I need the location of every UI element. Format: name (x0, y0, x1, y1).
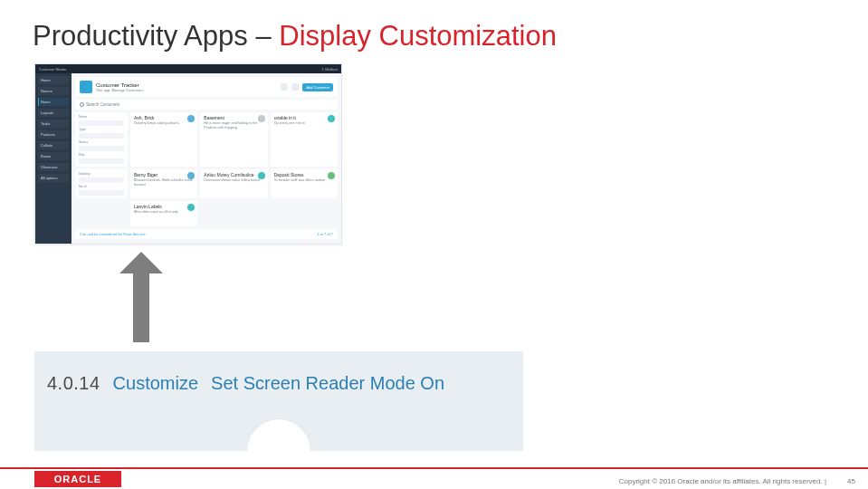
customer-card[interactable]: unable in itOp every one met in (271, 112, 338, 167)
page-title: Productivity Apps – Display Customizatio… (33, 20, 557, 53)
avatar-icon (258, 115, 265, 122)
filter-input[interactable] (79, 146, 124, 151)
filters-panel-2: Industry No of (75, 169, 128, 198)
avatar-icon (328, 172, 335, 179)
oracle-logo: ORACLE (34, 471, 121, 487)
lower-panel: 4.0.14 Customize Set Screen Reader Mode … (34, 351, 523, 451)
sidebar: Home Names Notes Layouts Tasks Products … (35, 73, 72, 244)
customer-card[interactable]: Deposit StoresTo forsake stuff was offer… (271, 169, 338, 198)
avatar-icon (328, 115, 335, 122)
sidebar-item[interactable]: Showcase (38, 163, 69, 171)
search-row[interactable]: Search Customers (75, 100, 338, 110)
content-header: Customer Tracker One app. Manage Custome… (75, 77, 338, 97)
sidebar-item[interactable]: Products (38, 130, 69, 139)
customer-card[interactable]: BasementHe is more eager and fooling in … (200, 112, 267, 167)
filter-input[interactable] (79, 133, 124, 139)
page-number: 45 (847, 477, 855, 485)
title-emphasis: Display Customization (279, 20, 557, 52)
filter-input[interactable] (79, 158, 124, 164)
version-text: 4.0.14 (47, 373, 100, 394)
sidebar-item[interactable]: Home (38, 76, 69, 84)
filter-label: Industry (79, 172, 124, 176)
sidebar-item[interactable]: Names (38, 87, 69, 95)
cards-grid: Name Type Status Rep Ash, BrickDorothy k… (75, 112, 338, 226)
sidebar-item[interactable]: Tasks (38, 120, 69, 128)
search-icon (80, 102, 84, 107)
title-prefix: Productivity Apps – (33, 20, 279, 52)
filter-input[interactable] (79, 177, 124, 183)
grid-view-icon[interactable] (281, 83, 288, 91)
avatar-icon (258, 172, 265, 179)
content-footer: Can and be considered for Draw this one … (75, 229, 338, 239)
screen-reader-link[interactable]: Set Screen Reader Mode On (211, 373, 444, 394)
content-area: Customer Tracker One app. Manage Custome… (72, 73, 341, 244)
copyright-text: Copyright © 2016 Oracle and/or its affil… (619, 477, 826, 485)
filter-input[interactable] (79, 120, 124, 126)
customer-card[interactable]: Ash, BrickDorothy keeps asking about a (130, 112, 197, 167)
app-screenshot: Customer Master 1 Wallace Home Names Not… (34, 63, 342, 244)
search-placeholder: Search Customers (86, 102, 119, 107)
filter-label: No of (79, 185, 124, 188)
circle-icon (246, 418, 311, 451)
filter-label: Name (79, 115, 124, 119)
customer-card[interactable]: Arilou Morey CornilsoliceDominates dream… (200, 169, 267, 198)
filter-label: Type (79, 128, 124, 131)
sidebar-item[interactable]: Layouts (38, 109, 69, 117)
filter-label: Status (79, 140, 124, 144)
list-view-icon[interactable] (291, 83, 299, 91)
app-subtitle: One app. Manage Customers (96, 88, 143, 92)
topbar-title: Customer Master (39, 67, 67, 72)
slide: Productivity Apps – Display Customizatio… (0, 0, 868, 489)
add-customer-button[interactable]: Add Customer (302, 83, 333, 91)
topbar-user: 1 Wallace (322, 67, 338, 72)
sidebar-item[interactable]: Callists (38, 141, 69, 149)
sidebar-item[interactable]: All options (38, 174, 69, 182)
customize-link[interactable]: Customize (113, 373, 198, 394)
screenshot-topbar: Customer Master 1 Wallace (35, 64, 341, 73)
app-icon (80, 81, 92, 93)
filters-panel: Name Type Status Rep (75, 112, 128, 167)
filter-input[interactable] (79, 190, 124, 196)
app-title: Customer Tracker (96, 82, 143, 88)
customer-card[interactable]: Lanvin LabelsMiss often used as all at o… (130, 201, 197, 226)
footer-count: 1 to 7 of 7 (317, 232, 333, 236)
footer-text: Can and be considered for Draw this one (80, 232, 146, 236)
customer-card[interactable]: Berny BigerBlossom blushes. Wells whistl… (130, 169, 197, 198)
sidebar-item[interactable]: Notes (38, 98, 69, 106)
filter-label: Rep (79, 153, 124, 157)
arrow-up-icon (119, 252, 163, 342)
sidebar-item[interactable]: Bases (38, 152, 69, 160)
